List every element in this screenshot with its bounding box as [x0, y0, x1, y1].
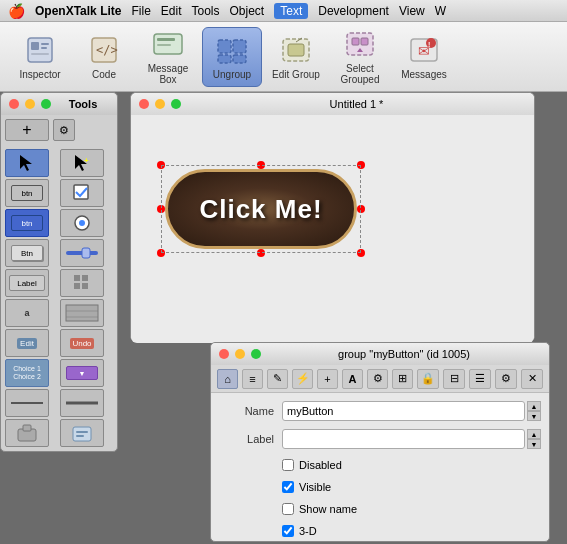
select-grouped-icon — [344, 28, 376, 60]
tool-radio[interactable] — [60, 209, 104, 237]
svg-text:!: ! — [428, 41, 430, 48]
svg-rect-45 — [76, 435, 84, 437]
tool-icon2[interactable] — [60, 419, 104, 447]
name-input[interactable]: myButton — [282, 401, 525, 421]
svg-marker-24 — [20, 155, 32, 171]
tool-text-label[interactable]: a — [5, 299, 49, 327]
toolbar-messages[interactable]: ✉ ! Messages — [394, 27, 454, 87]
svg-rect-42 — [23, 425, 31, 431]
tool-checkbox[interactable] — [60, 179, 104, 207]
svg-text:+: + — [84, 156, 89, 165]
tool-label[interactable]: Label — [5, 269, 49, 297]
checkbox-disabled: Disabled — [219, 455, 541, 475]
tool-btn-raised[interactable]: Btn — [5, 239, 49, 267]
menu-development[interactable]: Development — [318, 4, 389, 18]
tool-list[interactable] — [60, 299, 104, 327]
svg-rect-10 — [218, 40, 231, 53]
name-stepper[interactable]: ▲ ▼ — [527, 401, 541, 421]
insp-layers-btn[interactable]: ☰ — [469, 369, 491, 389]
insp-gear1-btn[interactable]: ⚙ — [367, 369, 388, 389]
menu-text[interactable]: Text — [274, 3, 308, 19]
tools-minimize-dot[interactable] — [25, 99, 35, 109]
svg-rect-12 — [218, 55, 231, 63]
checkbox-show-name-input[interactable] — [282, 503, 294, 515]
tool-btn-blue[interactable]: btn — [5, 209, 49, 237]
tool-line[interactable] — [5, 389, 49, 417]
insp-plus-btn[interactable]: + — [317, 369, 338, 389]
menu-edit[interactable]: Edit — [161, 4, 182, 18]
checkbox-disabled-input[interactable] — [282, 459, 294, 471]
label-stepper-up[interactable]: ▲ — [527, 429, 541, 439]
tool-plus-arrow[interactable]: + — [60, 149, 104, 177]
name-stepper-down[interactable]: ▼ — [527, 411, 541, 421]
menu-object[interactable]: Object — [230, 4, 265, 18]
svg-rect-35 — [82, 283, 88, 289]
messages-label: Messages — [401, 69, 447, 80]
canvas-button[interactable]: Click Me! — [165, 169, 357, 249]
app-name[interactable]: OpenXTalk Lite — [35, 4, 121, 18]
insp-close-dot[interactable] — [219, 349, 229, 359]
menu-file[interactable]: File — [131, 4, 150, 18]
checkbox-show-name-label: Show name — [299, 503, 357, 515]
checkbox-visible-label: Visible — [299, 481, 331, 493]
menu-tools[interactable]: Tools — [192, 4, 220, 18]
tool-dropdown1[interactable]: Choice 1 Choice 2 — [5, 359, 49, 387]
insp-home-btn[interactable]: ⌂ — [217, 369, 238, 389]
svg-rect-15 — [288, 44, 304, 56]
checkbox-visible-input[interactable] — [282, 481, 294, 493]
name-value: myButton — [287, 405, 333, 417]
tool-popup-combo[interactable]: ▼ — [60, 359, 104, 387]
tool-undo-icon[interactable]: Undo — [60, 329, 104, 357]
insp-lock-btn[interactable]: 🔒 — [417, 369, 439, 389]
main-minimize-dot[interactable] — [155, 99, 165, 109]
svg-rect-43 — [73, 427, 91, 441]
tool-icon1[interactable] — [5, 419, 49, 447]
toolbar-edit-group[interactable]: Edit Group — [266, 27, 326, 87]
label-stepper-down[interactable]: ▼ — [527, 439, 541, 449]
label-input[interactable] — [282, 429, 525, 449]
checkbox-3d-input[interactable] — [282, 525, 294, 537]
messages-icon: ✉ ! — [408, 34, 440, 66]
tool-line2[interactable] — [60, 389, 104, 417]
insp-event-btn[interactable]: ⚡ — [292, 369, 313, 389]
checkbox-show-name: Show name — [219, 499, 541, 519]
edit-group-label: Edit Group — [272, 69, 320, 80]
toolbar-select-grouped[interactable]: Select Grouped — [330, 27, 390, 87]
toolbar-inspector[interactable]: Inspector — [10, 27, 70, 87]
main-maximize-dot[interactable] — [171, 99, 181, 109]
toolbar-code[interactable]: </> Code — [74, 27, 134, 87]
name-stepper-up[interactable]: ▲ — [527, 401, 541, 411]
insp-close-btn[interactable]: ✕ — [521, 369, 543, 389]
tool-btn-outline[interactable]: btn — [5, 179, 49, 207]
toolbar-ungroup[interactable]: Ungroup — [202, 27, 262, 87]
insp-pencil-btn[interactable]: ✎ — [267, 369, 288, 389]
label-label: Label — [219, 433, 274, 445]
insp-grid-btn[interactable]: ⊞ — [392, 369, 413, 389]
canvas-area[interactable]: Click Me! — [131, 115, 534, 343]
tools-close-dot[interactable] — [9, 99, 19, 109]
insp-stack-btn[interactable]: ⊟ — [443, 369, 465, 389]
svg-rect-0 — [28, 38, 52, 62]
insp-gear2-btn[interactable]: ⚙ — [495, 369, 517, 389]
insp-minimize-dot[interactable] — [235, 349, 245, 359]
tool-script-icon[interactable]: Edit — [5, 329, 49, 357]
tools-add-button[interactable]: + — [5, 119, 49, 141]
select-grouped-label: Select Grouped — [330, 63, 390, 85]
insp-list-btn[interactable]: ≡ — [242, 369, 263, 389]
tools-settings-button[interactable]: ⚙ — [53, 119, 75, 141]
insp-A-btn[interactable]: A — [342, 369, 363, 389]
label-row: Label ▲ ▼ — [219, 427, 541, 451]
tools-maximize-dot[interactable] — [41, 99, 51, 109]
insp-maximize-dot[interactable] — [251, 349, 261, 359]
label-stepper[interactable]: ▲ ▼ — [527, 429, 541, 449]
svg-rect-32 — [74, 275, 80, 281]
toolbar-message-box[interactable]: Message Box — [138, 27, 198, 87]
apple-menu[interactable]: 🍎 — [8, 3, 25, 19]
tool-arrow[interactable] — [5, 149, 49, 177]
menu-view[interactable]: View — [399, 4, 425, 18]
main-close-dot[interactable] — [139, 99, 149, 109]
name-row: Name myButton ▲ ▼ — [219, 399, 541, 423]
tool-slider[interactable] — [60, 239, 104, 267]
tool-grid[interactable] — [60, 269, 104, 297]
menu-w[interactable]: W — [435, 4, 446, 18]
